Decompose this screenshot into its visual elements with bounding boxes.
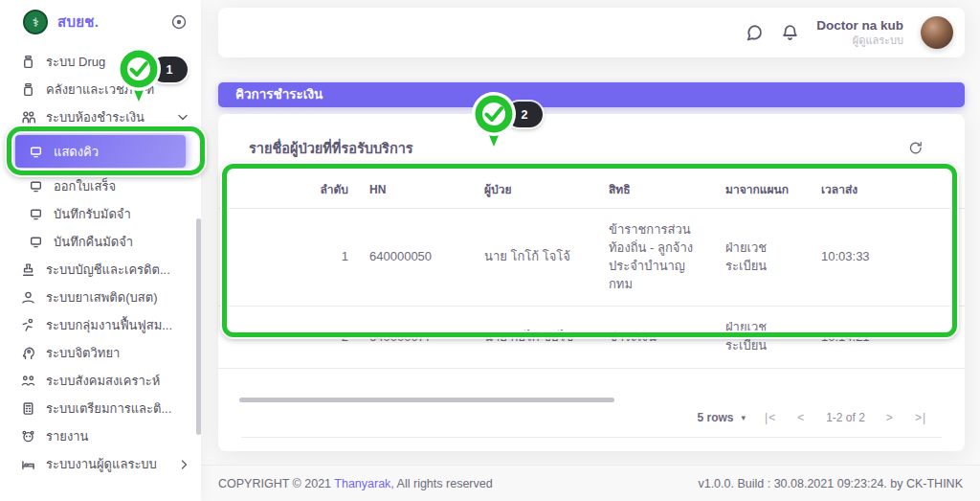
- rows-per-page-value: 5 rows: [697, 411, 733, 424]
- user-info[interactable]: Doctor na kub ผู้ดูแลระบบ: [816, 18, 903, 48]
- sidebar-item-label: ระบบกลุ่มงานฟื้นฟูสม...: [46, 315, 188, 335]
- last-page-button[interactable]: >|: [915, 411, 926, 424]
- sidebar-item-label: ระบบเตรียมการและติ...: [46, 399, 188, 419]
- jar-icon: [21, 55, 35, 69]
- page-title-banner: คิวการชำระเงิน: [218, 82, 965, 107]
- jar-icon: [21, 82, 35, 97]
- sidebar-item-label: ออกใบเสร็จ: [54, 176, 188, 196]
- version-text: v1.0.0. Build : 30.08.2021 09:23:24. by …: [698, 477, 963, 490]
- avatar[interactable]: [921, 16, 953, 49]
- monitor-icon: [29, 235, 43, 249]
- rows-per-page-select[interactable]: 5 rows ▾: [697, 411, 746, 424]
- chevron-down-icon: [178, 114, 188, 121]
- copyright-prefix: COPYRIGHT © 2021: [218, 477, 334, 490]
- brand-link[interactable]: Thanyarak,: [334, 477, 394, 490]
- copyright-suffix: All rights reserved: [394, 477, 493, 490]
- chevron-down-icon: ▾: [741, 413, 746, 422]
- calculator-icon: [21, 401, 35, 416]
- sidebar-item-psychology-system[interactable]: ระบบจิตวิทยา: [0, 339, 201, 367]
- sidebar-item-issue-receipt[interactable]: ออกใบเสร็จ: [0, 172, 201, 200]
- hands-pill-icon: [21, 290, 35, 305]
- sidebar-item-record-deposit[interactable]: บันทึกรับมัดจำ: [0, 200, 201, 228]
- footer: COPYRIGHT © 2021 Thanyarak, All rights r…: [201, 465, 980, 501]
- brand-title: สบยช.: [57, 11, 170, 34]
- bell-icon[interactable]: [781, 24, 799, 42]
- psychology-head-icon: [21, 346, 35, 360]
- sidebar-brand-row: ⚕ สบยช.: [0, 0, 201, 44]
- divider: [241, 437, 942, 438]
- first-page-button[interactable]: |<: [765, 411, 776, 424]
- social-group-icon: [21, 374, 35, 388]
- top-navbar: Doctor na kub ผู้ดูแลระบบ: [218, 8, 965, 57]
- people-icon: [21, 110, 35, 125]
- report-bot-icon: [21, 429, 35, 444]
- annotation-rect-show-queue: [7, 126, 205, 175]
- horizontal-scrollbar[interactable]: [239, 398, 614, 402]
- annotation-rect-table: [222, 164, 957, 337]
- chevron-right-icon: [181, 460, 188, 469]
- annotation-check-marker-2: [457, 89, 530, 162]
- sidebar-item-return-deposit[interactable]: บันทึกคืนมัดจำ: [0, 228, 201, 256]
- sidebar-item-label: ระบบงานผู้ดูแลระบบ: [46, 454, 181, 474]
- sidebar-item-label: บันทึกรับมัดจำ: [54, 204, 188, 224]
- app-window: ⚕ สบยช. ระบบ Drug คลังยาและเวชภัณฑ์ ระบบ…: [0, 0, 980, 501]
- refresh-icon[interactable]: [908, 141, 923, 155]
- page-range-label: 1-2 of 2: [826, 411, 865, 424]
- sidebar-item-label: รายงาน: [46, 426, 188, 446]
- card-title: รายชื่อผู้ป่วยที่ที่รอรับบริการ: [249, 137, 413, 159]
- rehab-icon: [21, 318, 35, 332]
- sidebar-item-label: ระบบจิตวิทยา: [46, 343, 188, 363]
- sidebar-scrollbar[interactable]: [196, 218, 201, 435]
- sidebar-item-accounting-credit[interactable]: ระบบบัญชีและเครดิต...: [0, 256, 201, 284]
- chat-icon[interactable]: [746, 24, 764, 42]
- prev-page-button[interactable]: <: [797, 411, 805, 424]
- sidebar-item-label: ระบบยาเสพติด(บสต): [46, 287, 188, 307]
- sidebar-item-social-work[interactable]: ระบบสังคมสงเคราะห์: [0, 367, 201, 395]
- sidebar-item-label: ระบบสังคมสงเคราะห์: [46, 371, 188, 391]
- pagination: 5 rows ▾ |< < 1-2 of 2 > >|: [697, 411, 926, 424]
- bed-icon: [21, 457, 35, 471]
- sidebar-item-label: ระบบบัญชีและเครดิต...: [46, 260, 188, 280]
- sidebar-item-rehabilitation-group[interactable]: ระบบกลุ่มงานฟื้นฟูสม...: [0, 311, 201, 339]
- user-name: Doctor na kub: [816, 18, 903, 34]
- monitor-icon: [29, 207, 43, 221]
- sidebar-item-preparation-followup[interactable]: ระบบเตรียมการและติ...: [0, 395, 201, 422]
- annotation-check-marker-1: [102, 44, 175, 117]
- card-header: รายชื่อผู้ป่วยที่ที่รอรับบริการ: [218, 114, 965, 169]
- sidebar-item-label: บันทึกคืนมัดจำ: [54, 232, 188, 252]
- menu-collapse-toggle-icon[interactable]: [170, 13, 188, 31]
- monitor-icon: [29, 179, 43, 194]
- next-page-button[interactable]: >: [886, 411, 894, 424]
- sidebar-item-narcotics-system[interactable]: ระบบยาเสพติด(บสต): [0, 284, 201, 311]
- sidebar-item-reports[interactable]: รายงาน: [0, 422, 201, 450]
- stamp-icon: [21, 262, 35, 277]
- hospital-logo-icon: ⚕: [23, 10, 48, 34]
- user-role: ผู้ดูแลระบบ: [816, 34, 903, 48]
- pagination-nav: |< < 1-2 of 2 > >|: [765, 411, 926, 424]
- sidebar-item-admin-system[interactable]: ระบบงานผู้ดูแลระบบ: [0, 450, 201, 478]
- copyright-text: COPYRIGHT © 2021 Thanyarak, All rights r…: [218, 477, 493, 490]
